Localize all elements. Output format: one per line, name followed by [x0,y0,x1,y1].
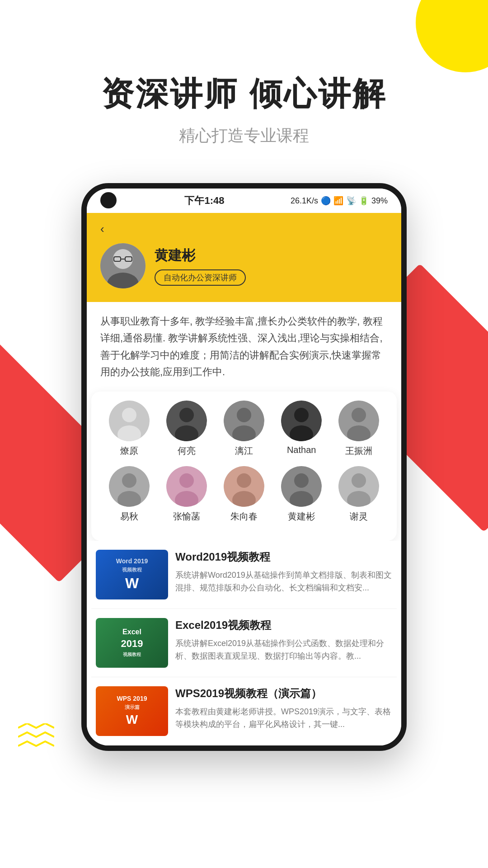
course-title: WPS2019视频教程（演示篇） [175,686,392,701]
instructor-name-label: 何亮 [178,445,196,457]
instructor-info: 黄建彬 自动化办公资深讲师 [155,246,388,286]
course-list: Word 2019 视频教程 W Word2019视频教程 系统讲解Word20… [87,541,401,745]
instructor-item[interactable]: 王振洲 [334,401,384,457]
instructor-badge: 自动化办公资深讲师 [155,269,246,286]
course-item[interactable]: WPS 2019 演示篇 W WPS2019视频教程（演示篇） 本套教程由黄建彬… [91,677,397,745]
instructor-avatar [338,401,379,441]
phone-container: 下午1:48 26.1K/s 🔵 📶 📡 🔋 39% ‹ [0,174,488,760]
course-thumb-wps: WPS 2019 演示篇 W [96,686,168,736]
svg-point-13 [237,408,251,422]
instructor-name-label: 朱向春 [230,510,258,523]
instructor-name-label: 燎原 [120,445,138,457]
svg-point-34 [352,473,366,488]
instructor-name-label: 黄建彬 [288,510,315,523]
battery-percent: 39% [371,196,388,206]
svg-point-10 [179,408,194,422]
instructor-item[interactable]: Nathan [277,401,326,457]
hero-title: 资深讲师 倾心讲解 [18,72,470,116]
instructor-avatar [109,466,150,507]
instructor-header: ‹ 黄建彬 自动化办公资深讲师 [87,213,401,302]
instructor-avatar [109,401,150,441]
instructor-avatar [224,401,264,441]
course-item[interactable]: Word 2019 视频教程 W Word2019视频教程 系统讲解Word20… [91,541,397,609]
course-info: Excel2019视频教程 系统讲解Excel2019从基础操作到公式函数、数据… [175,618,392,663]
svg-point-16 [294,408,309,422]
main-instructor-avatar [100,243,145,288]
svg-point-31 [294,473,309,488]
instructor-name-label: 王振洲 [345,445,372,457]
instructor-desc: 从事职业教育十多年, 教学经验丰富,擅长办公类软件的教学, 教程详细,通俗易懂.… [87,302,401,392]
instructors-grid: 燎原 何亮 漓江 Nathan 王振洲 [91,392,397,541]
instructor-item[interactable]: 朱向春 [219,466,269,523]
avatar-svg [100,243,145,288]
course-thumb-excel: Excel 2019 视频教程 [96,618,168,668]
course-description: 本套教程由黄建彬老师讲授。WPS2019演示，与文字、表格等模块构成的平台，扁平… [175,705,392,731]
instructor-name: 黄建彬 [155,246,388,265]
instructor-item[interactable]: 漓江 [219,401,269,457]
instructor-avatar [224,466,264,507]
svg-point-28 [237,473,251,488]
network-speed: 26.1K/s [291,196,318,206]
instructor-name-label: 易秋 [120,510,138,523]
course-title: Word2019视频教程 [175,550,392,564]
svg-point-25 [179,473,194,488]
instructor-item[interactable]: 谢灵 [334,466,384,523]
battery-icon: 🔋 [359,196,369,206]
back-button[interactable]: ‹ [100,222,388,236]
hero-subtitle: 精心打造专业课程 [18,125,470,147]
signal-icon: 📶 [333,196,343,206]
course-thumbnail: WPS 2019 演示篇 W [96,686,168,736]
instructor-item[interactable]: 黄建彬 [277,466,326,523]
instructor-avatar [166,466,207,507]
status-time: 下午1:48 [184,194,224,208]
instructor-avatar [281,466,322,507]
svg-point-19 [352,408,366,422]
instructor-name-label: Nathan [287,445,316,455]
instructor-avatar [166,401,207,441]
instructor-item[interactable]: 何亮 [162,401,211,457]
hero-section: 资深讲师 倾心讲解 精心打造专业课程 [0,0,488,174]
course-description: 系统讲解Excel2019从基础操作到公式函数、数据处理和分析、数据图表直观呈现… [175,637,392,663]
phone-mockup: 下午1:48 26.1K/s 🔵 📶 📡 🔋 39% ‹ [81,183,407,751]
instructors-row-2: 易秋 张愉菡 朱向春 黄建彬 谢灵 [100,466,388,523]
course-thumb-word: Word 2019 视频教程 W [96,550,168,599]
wifi-icon: 📡 [346,196,356,206]
instructor-avatar [338,466,379,507]
instructor-item[interactable]: 易秋 [104,466,154,523]
status-bar: 下午1:48 26.1K/s 🔵 📶 📡 🔋 39% [87,189,401,213]
instructor-item[interactable]: 张愉菡 [162,466,211,523]
course-thumbnail: Word 2019 视频教程 W [96,550,168,599]
course-info: Word2019视频教程 系统讲解Word2019从基础操作到简单文档排版、制表… [175,550,392,595]
bluetooth-icon: 🔵 [321,196,331,206]
instructor-name-label: 漓江 [235,445,253,457]
course-description: 系统讲解Word2019从基础操作到简单文档排版、制表和图文混排、规范排版和办公… [175,569,392,595]
svg-point-22 [122,473,136,488]
instructor-name-label: 谢灵 [350,510,368,523]
course-info: WPS2019视频教程（演示篇） 本套教程由黄建彬老师讲授。WPS2019演示，… [175,686,392,731]
instructor-profile: 黄建彬 自动化办公资深讲师 [100,243,388,288]
svg-point-7 [122,408,136,422]
course-thumbnail: Excel 2019 视频教程 [96,618,168,668]
status-icons: 26.1K/s 🔵 📶 📡 🔋 39% [291,196,388,206]
instructor-name-label: 张愉菡 [173,510,200,523]
instructors-row-1: 燎原 何亮 漓江 Nathan 王振洲 [100,401,388,457]
course-title: Excel2019视频教程 [175,618,392,632]
course-item[interactable]: Excel 2019 视频教程 Excel2019视频教程 系统讲解Excel2… [91,609,397,677]
camera-notch [100,192,117,208]
instructor-avatar [281,401,322,441]
instructor-item[interactable]: 燎原 [104,401,154,457]
